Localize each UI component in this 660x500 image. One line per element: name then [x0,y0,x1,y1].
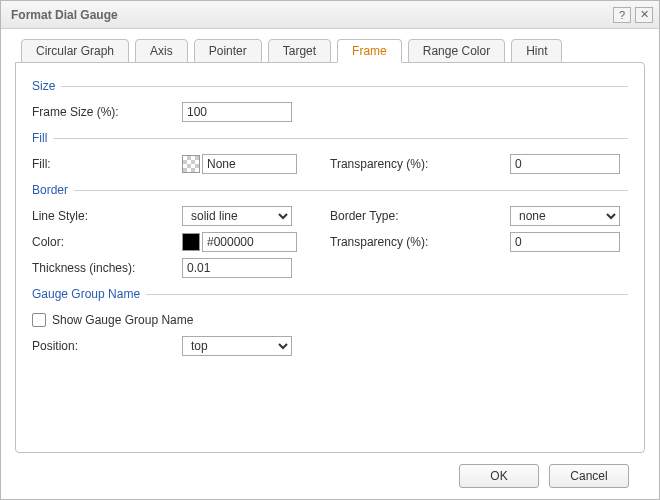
ok-button[interactable]: OK [459,464,539,488]
frame-size-label: Frame Size (%): [32,105,182,119]
section-border-label: Border [32,183,68,197]
tab-frame[interactable]: Frame [337,39,402,63]
tab-axis[interactable]: Axis [135,39,188,63]
frame-size-input[interactable] [182,102,292,122]
section-gauge-group: Gauge Group Name [32,287,628,301]
dialog-window: Format Dial Gauge ? ✕ Circular Graph Axi… [0,0,660,500]
dialog-title: Format Dial Gauge [11,8,609,22]
tab-panel-frame: Size Frame Size (%): Fill Fill: Transpar… [15,62,645,453]
fill-transparency-input[interactable] [510,154,620,174]
border-type-label: Border Type: [330,209,510,223]
dialog-footer: OK Cancel [15,453,645,499]
tab-strip: Circular Graph Axis Pointer Target Frame… [15,39,645,63]
border-transparency-input[interactable] [510,232,620,252]
line-style-select[interactable]: solid line [182,206,292,226]
show-group-name-label: Show Gauge Group Name [52,313,193,327]
section-fill: Fill [32,131,628,145]
show-group-name-checkbox[interactable] [32,313,46,327]
position-label: Position: [32,339,182,353]
thickness-input[interactable] [182,258,292,278]
fill-swatch-icon[interactable] [182,155,200,173]
tab-circular-graph[interactable]: Circular Graph [21,39,129,63]
tab-target[interactable]: Target [268,39,331,63]
border-color-input[interactable] [202,232,297,252]
fill-label: Fill: [32,157,182,171]
position-select[interactable]: top [182,336,292,356]
border-type-select[interactable]: none [510,206,620,226]
border-color-label: Color: [32,235,182,249]
line-style-label: Line Style: [32,209,182,223]
cancel-button[interactable]: Cancel [549,464,629,488]
close-button[interactable]: ✕ [635,7,653,23]
tab-pointer[interactable]: Pointer [194,39,262,63]
fill-input[interactable] [202,154,297,174]
tab-hint[interactable]: Hint [511,39,562,63]
help-button[interactable]: ? [613,7,631,23]
border-transparency-label: Transparency (%): [330,235,510,249]
thickness-label: Thickness (inches): [32,261,182,275]
title-bar: Format Dial Gauge ? ✕ [1,1,659,29]
section-border: Border [32,183,628,197]
color-swatch-icon[interactable] [182,233,200,251]
fill-transparency-label: Transparency (%): [330,157,510,171]
section-gauge-group-label: Gauge Group Name [32,287,140,301]
tab-range-color[interactable]: Range Color [408,39,505,63]
section-size: Size [32,79,628,93]
section-fill-label: Fill [32,131,47,145]
section-size-label: Size [32,79,55,93]
dialog-content: Circular Graph Axis Pointer Target Frame… [1,29,659,499]
